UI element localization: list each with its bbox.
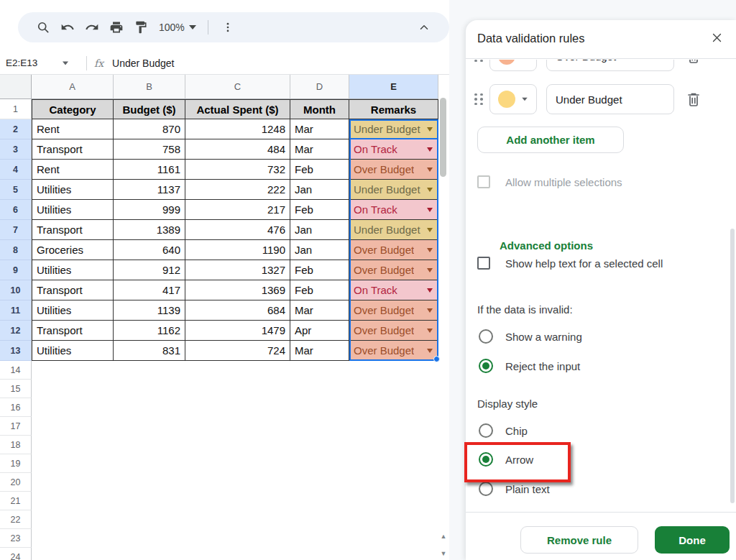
cell-actual[interactable]: 484 [185, 139, 290, 160]
cell-category[interactable]: Transport [32, 321, 114, 341]
column-header-C[interactable]: C [185, 75, 290, 99]
cell-remark-dropdown[interactable]: Under Budget [349, 119, 438, 139]
cell-month[interactable]: Jan [290, 220, 349, 240]
row-header-4[interactable]: 4 [0, 160, 32, 180]
name-box[interactable]: E2:E13 [0, 58, 85, 68]
color-swatch-button[interactable] [489, 84, 537, 114]
allow-multiple-selections-row[interactable]: Allow multiple selections [477, 175, 622, 188]
row-header-23[interactable]: 23 [0, 529, 32, 548]
cell-budget[interactable]: 1162 [114, 321, 185, 341]
drag-handle-icon[interactable] [474, 93, 483, 106]
cell-month[interactable]: Jan [290, 180, 349, 200]
cell-month[interactable]: Mar [290, 119, 349, 139]
row-header-21[interactable]: 21 [0, 492, 32, 510]
row-header-11[interactable]: 11 [0, 300, 32, 321]
cell-remark-dropdown[interactable]: On Track [349, 200, 438, 220]
empty-cells-area[interactable] [32, 361, 439, 380]
cell-category[interactable]: Transport [32, 220, 114, 240]
more-options-button[interactable] [216, 15, 240, 40]
print-button[interactable] [104, 15, 129, 40]
paint-format-button[interactable] [129, 15, 153, 40]
cell-month[interactable]: Feb [290, 280, 349, 300]
row-header-2[interactable]: 2 [0, 119, 32, 139]
table-header-cell[interactable]: Month [290, 99, 349, 119]
row-header-24[interactable]: 24 [0, 548, 32, 560]
cell-remark-dropdown[interactable]: Over Budget [349, 160, 438, 180]
cell-category[interactable]: Rent [32, 160, 114, 180]
cell-actual[interactable]: 724 [185, 341, 290, 361]
cell-remark-dropdown[interactable]: Over Budget [349, 240, 438, 260]
cell-remark-dropdown[interactable]: Over Budget [349, 300, 438, 321]
cell-budget[interactable]: 640 [114, 240, 185, 260]
cell-remark-dropdown[interactable]: Over Budget [349, 321, 438, 341]
row-header-18[interactable]: 18 [0, 436, 32, 454]
cell-budget[interactable]: 1139 [114, 300, 185, 321]
dropdown-caret-icon[interactable] [427, 268, 433, 272]
cell-budget[interactable]: 999 [114, 200, 185, 220]
cell-actual[interactable]: 222 [185, 180, 290, 200]
cell-actual[interactable]: 476 [185, 220, 290, 240]
cell-remark-dropdown[interactable]: Under Budget [349, 180, 438, 200]
cell-actual[interactable]: 1479 [185, 321, 290, 341]
redo-button[interactable] [80, 15, 104, 40]
advanced-options-link[interactable]: Advanced options [500, 239, 593, 252]
row-header-10[interactable]: 10 [0, 280, 32, 300]
empty-cells-area[interactable] [32, 529, 439, 548]
cell-month[interactable]: Apr [290, 321, 349, 341]
column-header-E[interactable]: E [349, 75, 438, 99]
empty-cells-area[interactable] [32, 380, 439, 398]
cell-budget[interactable]: 758 [114, 139, 185, 160]
cell-month[interactable]: Feb [290, 260, 349, 280]
drag-handle-icon[interactable] [474, 60, 483, 62]
display-option-2-radio-row[interactable]: Plain text [479, 482, 550, 496]
scroll-up-icon[interactable]: ▲ [439, 532, 448, 541]
table-header-cell[interactable]: Category [32, 99, 114, 119]
row-header-22[interactable]: 22 [0, 510, 32, 529]
cell-category[interactable]: Utilities [32, 180, 114, 200]
empty-cells-area[interactable] [32, 398, 439, 417]
cell-month[interactable]: Mar [290, 341, 349, 361]
display-option-0-radio[interactable] [479, 423, 493, 438]
color-swatch-button[interactable] [489, 60, 537, 71]
display-option-2-radio[interactable] [479, 482, 493, 496]
cell-actual[interactable]: 1369 [185, 280, 290, 300]
cell-budget[interactable]: 1161 [114, 160, 185, 180]
empty-cells-area[interactable] [32, 473, 439, 492]
row-header-1[interactable]: 1 [0, 99, 32, 119]
allow-multiple-checkbox[interactable] [477, 175, 490, 188]
empty-cells-area[interactable] [32, 454, 439, 473]
row-header-9[interactable]: 9 [0, 260, 32, 280]
dropdown-caret-icon[interactable] [427, 308, 433, 313]
cell-month[interactable]: Feb [290, 160, 349, 180]
cell-budget[interactable]: 417 [114, 280, 185, 300]
panel-scrollbar-thumb[interactable] [730, 229, 735, 503]
row-header-15[interactable]: 15 [0, 380, 32, 398]
cell-category[interactable]: Utilities [32, 300, 114, 321]
cell-budget[interactable]: 870 [114, 119, 185, 139]
empty-cells-area[interactable] [32, 548, 439, 560]
show-help-text-checkbox[interactable] [477, 257, 490, 270]
dropdown-caret-icon[interactable] [427, 349, 433, 353]
dropdown-caret-icon[interactable] [427, 147, 433, 152]
cell-month[interactable]: Mar [290, 300, 349, 321]
collapse-toolbar-button[interactable] [412, 15, 436, 40]
cell-remark-dropdown[interactable]: On Track [349, 280, 438, 300]
empty-cells-area[interactable] [32, 492, 439, 510]
item-value-input[interactable]: Under Budget [546, 84, 674, 114]
dropdown-caret-icon[interactable] [427, 208, 433, 212]
cell-remark-dropdown[interactable]: Over Budget [349, 341, 438, 361]
table-header-cell[interactable]: Actual Spent ($) [185, 99, 290, 119]
dropdown-caret-icon[interactable] [427, 228, 433, 232]
empty-cells-area[interactable] [32, 417, 439, 436]
dropdown-caret-icon[interactable] [427, 188, 433, 192]
row-header-14[interactable]: 14 [0, 361, 32, 380]
table-header-cell[interactable]: Budget ($) [114, 99, 185, 119]
cell-remark-dropdown[interactable]: Under Budget [349, 220, 438, 240]
search-button[interactable] [31, 15, 55, 40]
cell-category[interactable]: Groceries [32, 240, 114, 260]
cell-month[interactable]: Feb [290, 200, 349, 220]
cell-remark-dropdown[interactable]: On Track [349, 139, 438, 160]
dropdown-caret-icon[interactable] [427, 288, 433, 293]
dropdown-caret-icon[interactable] [427, 329, 433, 333]
row-header-12[interactable]: 12 [0, 321, 32, 341]
